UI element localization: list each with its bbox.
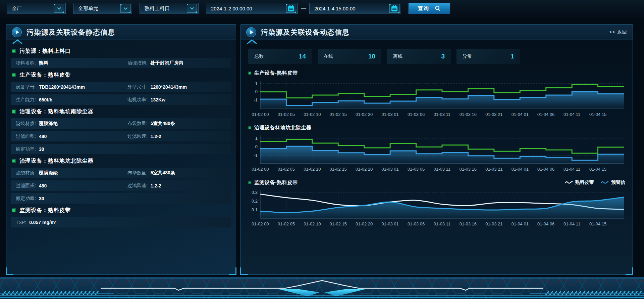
dynamic-panel-header: 污染源及关联设备动态信息 << 返回	[241, 25, 633, 40]
svg-text:01-03 11: 01-03 11	[434, 112, 450, 117]
charts-area: 生产设备-熟料皮带10-101-02 0001-02 0501-02 1001-…	[248, 69, 625, 228]
plant-select-arrow-button[interactable]	[54, 4, 64, 13]
dynamic-info-panel: 污染源及关联设备动态信息 << 返回 总数14在线10离线3异常1 生产设备-熟…	[240, 25, 633, 275]
calendar-icon	[391, 5, 398, 12]
unit-select[interactable]: 全部单元	[73, 3, 132, 14]
field-label: 额定功率:	[16, 146, 36, 152]
chevron-down-icon	[123, 7, 128, 10]
svg-text:01-02 10: 01-02 10	[304, 167, 321, 172]
green-square-bullet	[12, 49, 16, 53]
section-header: 生产设备：熟料皮带	[12, 71, 231, 79]
field-value: 1200*204143mm	[151, 84, 187, 90]
info-row: 滤袋材质:覆膜涤纶布华数量:5室共480条	[11, 168, 231, 178]
svg-text:01-03 06: 01-03 06	[408, 112, 425, 117]
info-field: 治理措施:处于封闭厂房内	[127, 60, 226, 66]
stat-card-1: 在线10	[318, 49, 381, 64]
corner-accent	[457, 61, 460, 64]
search-icon	[435, 5, 441, 11]
chart-title-row: 治理设备料地坑北除尘器	[248, 123, 625, 132]
corner-accent	[517, 49, 520, 52]
field-value: 1.2-2	[151, 134, 161, 139]
corner-accent	[448, 61, 451, 64]
end-datetime-picker[interactable]: 2024-1-4 15:00:00	[309, 3, 401, 14]
corner-accent	[309, 49, 312, 52]
field-value: 5室共480条	[151, 121, 175, 127]
green-square-bullet	[248, 72, 251, 75]
chart-legend: 熟料皮带预警信	[565, 179, 625, 185]
field-value: 5室共480条	[151, 170, 175, 176]
svg-text:01-02 15: 01-02 15	[330, 221, 347, 226]
corner-accent	[378, 49, 381, 52]
svg-text:1: 1	[255, 81, 258, 86]
svg-text:01-04 06: 01-04 06	[537, 167, 554, 172]
info-field: 过滤风速:1.2-2	[127, 133, 226, 139]
chart-title-row: 生产设备-熟料皮带	[248, 69, 625, 77]
plant-select[interactable]: 全厂	[7, 3, 66, 14]
stat-label: 在线	[324, 53, 333, 59]
start-datetime-picker[interactable]: 2024-1-2 00:00:00	[206, 3, 298, 14]
info-field: 布华数量:5室共480条	[127, 170, 226, 176]
field-value: 30	[39, 146, 44, 152]
topbar: 全厂 全部单元 熟料上料口 2024-1-2 00:00:00	[7, 3, 450, 14]
svg-text:01-04 11: 01-04 11	[564, 221, 580, 226]
svg-text:01-03 16: 01-03 16	[460, 167, 477, 172]
svg-text:01-02 00: 01-02 00	[252, 221, 269, 226]
field-value: 132Kw	[151, 97, 165, 102]
info-field: TSP:0.057 mg/m³	[16, 220, 226, 225]
range-separator: —	[301, 5, 306, 11]
svg-text:01-02 10: 01-02 10	[304, 112, 321, 117]
corner-accent	[517, 61, 520, 64]
field-value: 覆膜涤纶	[39, 121, 58, 127]
svg-text:0: 0	[255, 144, 258, 149]
svg-text:0.3: 0.3	[252, 190, 258, 195]
info-field: 生产能力:650t/h	[16, 97, 127, 103]
field-value: 650t/h	[39, 97, 52, 102]
svg-text:01-03 06: 01-03 06	[408, 221, 425, 226]
svg-text:01-02 20: 01-02 20	[356, 167, 373, 172]
green-square-bullet	[12, 110, 16, 114]
field-label: 滤袋材质:	[16, 170, 36, 176]
info-field: 外型尺寸:1200*204143mm	[127, 84, 226, 90]
field-label: 过鸿风速:	[127, 183, 148, 189]
svg-text:01-02 20: 01-02 20	[356, 221, 373, 226]
field-label: 布华数量:	[127, 170, 148, 176]
info-field: 额定功率:30	[16, 196, 226, 202]
chart-title: 治理设备料地坑北除尘器	[254, 125, 312, 131]
green-square-bullet	[12, 159, 16, 163]
header-chevron-decoration	[246, 39, 258, 44]
info-row: 设备型号:TDB1200*204143mm外型尺寸:1200*204143mm	[11, 82, 231, 92]
section-title: 污染源：熟料上料口	[19, 48, 71, 55]
field-label: 电机功率:	[127, 97, 148, 103]
info-field: 滤袋材质:覆膜涤纶	[16, 170, 127, 176]
chart-title: 监测设备-熟料皮带	[254, 179, 298, 186]
static-panel-header: 污染源及关联设备静态信息	[6, 25, 236, 40]
corner-accent	[457, 49, 460, 52]
query-button[interactable]: 查询	[409, 3, 450, 14]
static-info-panel: 污染源及关联设备静态信息 污染源：熟料上料口物料名称:熟料治理措施:处于封闭厂房…	[6, 25, 236, 275]
corner-accent	[318, 49, 321, 52]
unit-select-arrow-button[interactable]	[120, 4, 130, 13]
chart-block-0: 生产设备-熟料皮带10-101-02 0001-02 0501-02 1001-…	[248, 69, 625, 119]
info-field: 滤袋材质:覆膜涤纶	[16, 121, 127, 127]
field-value: 480	[39, 183, 47, 188]
svg-text:01-03 01: 01-03 01	[382, 221, 399, 226]
dashboard-page: 全厂 全部单元 熟料上料口 2024-1-2 00:00:00	[0, 0, 644, 299]
pollution-source-select[interactable]: 熟料上料口	[140, 3, 199, 14]
svg-text:1: 1	[255, 136, 258, 141]
end-calendar-button[interactable]	[389, 4, 399, 13]
play-icon	[246, 27, 256, 37]
legend-item[interactable]: 熟料皮带	[565, 179, 594, 185]
svg-text:01-02 00: 01-02 00	[252, 167, 269, 172]
start-calendar-button[interactable]	[286, 4, 296, 13]
back-button[interactable]: << 返回	[609, 29, 627, 35]
stat-value: 1	[511, 53, 514, 60]
section-title: 生产设备：熟料皮带	[19, 72, 71, 79]
pollution-source-arrow-button[interactable]	[187, 4, 197, 13]
stat-card-0: 总数14	[248, 49, 312, 64]
pollution-source-select-value: 熟料上料口	[145, 5, 170, 12]
legend-item[interactable]: 预警信	[601, 179, 625, 185]
svg-text:01-04 11: 01-04 11	[564, 112, 580, 117]
field-value: 熟料	[39, 60, 48, 66]
header-chevron-decoration	[12, 39, 23, 44]
field-value: 1.2-2	[151, 183, 161, 188]
